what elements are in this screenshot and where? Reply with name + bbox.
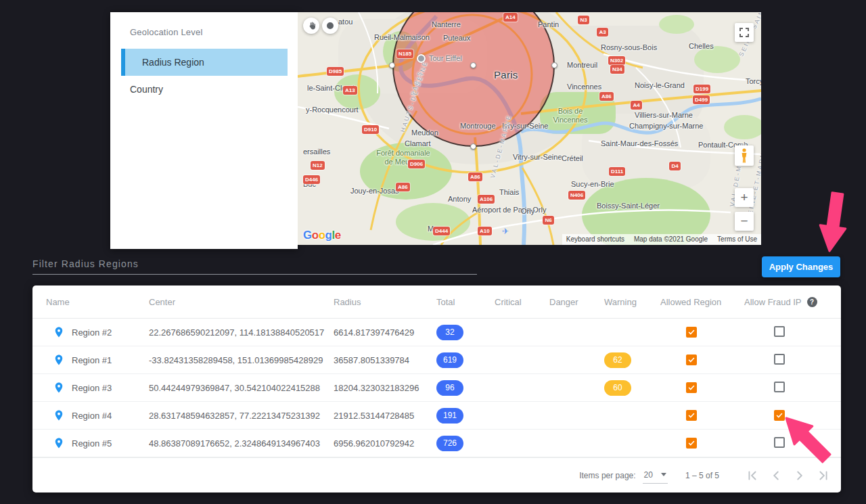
allowed-region-checkbox[interactable] — [686, 410, 697, 421]
filter-radius-regions-input[interactable]: Filter Radius Regions — [32, 252, 477, 275]
allowed-region-checkbox[interactable] — [686, 354, 697, 365]
warning-badge: 62 — [604, 352, 631, 368]
table-header: NameCenterRadiusTotalCriticalDangerWarni… — [32, 285, 841, 319]
map-place-label: Vincennes — [567, 83, 601, 91]
region-name: Region #1 — [46, 354, 149, 366]
region-radius: 21912.53144728485 — [334, 411, 436, 421]
location-pin-icon — [53, 409, 65, 421]
allowed-region-checkbox[interactable] — [686, 327, 697, 338]
region-radius: 6614.817397476429 — [334, 327, 436, 338]
region-name: Region #4 — [46, 409, 149, 421]
region-name-label: Region #3 — [72, 383, 112, 393]
column-header-radius: Radius — [334, 297, 361, 307]
location-pin-icon — [53, 437, 65, 449]
check-icon — [687, 411, 696, 419]
region-name-label: Region #2 — [72, 327, 112, 338]
allow-fraud-ip-checkbox[interactable] — [774, 354, 785, 365]
map-place-label: Torcy — [746, 77, 761, 86]
total-badge: 619 — [436, 352, 463, 368]
allowed-region-checkbox[interactable] — [686, 382, 697, 393]
total-badge: 32 — [436, 325, 463, 340]
road-badge: D199 — [693, 85, 710, 93]
first-page-button[interactable] — [744, 467, 760, 484]
road-badge: A14 — [503, 13, 518, 22]
pegman-button[interactable] — [735, 145, 754, 166]
column-header-danger: Danger — [549, 297, 578, 307]
map-place-label: Orly — [521, 207, 534, 216]
region-center: 28.631748594632857, 77.22213475231392 — [149, 411, 334, 421]
warning-badge: 60 — [604, 380, 631, 396]
map-place-label: ✈ — [502, 227, 509, 237]
fullscreen-icon — [739, 28, 749, 37]
geo-option-country[interactable]: Country — [110, 76, 298, 103]
map-place-label: Clamart — [405, 139, 431, 148]
column-header-total: Total — [436, 297, 455, 307]
circle-edit-handle[interactable] — [470, 62, 476, 68]
map-region-label: HAUTS-DE-SEINE — [399, 60, 429, 133]
road-badge: D446 — [303, 175, 320, 184]
column-header-critical: Critical — [495, 297, 522, 307]
allowed-region-checkbox[interactable] — [686, 438, 697, 449]
map-attribution: Keyboard shortcuts Map data ©2021 Google… — [562, 234, 761, 245]
help-icon[interactable]: ? — [807, 297, 817, 307]
map-place-label: Noisy-le-Grand — [635, 81, 685, 90]
pan-tool-button[interactable] — [303, 18, 319, 34]
total-badge: 96 — [436, 380, 463, 396]
map-place-label: Bois de Vincennes — [549, 107, 591, 124]
annotation-arrow-fraud-checkbox — [778, 411, 846, 472]
region-name-label: Region #5 — [72, 438, 112, 449]
apply-changes-button[interactable]: Apply Changes — [762, 256, 840, 277]
map-place-label: Montreuil — [567, 61, 597, 70]
check-icon — [687, 356, 696, 364]
table-row: Region #428.631748594632857, 77.22213475… — [32, 402, 841, 430]
map-place-label: Rueil-Malmaison — [374, 33, 430, 42]
road-badge: N406 — [568, 191, 585, 200]
road-badge: N302 — [608, 56, 625, 65]
first-page-icon — [745, 468, 760, 483]
map-place-label: Créteil — [562, 154, 583, 163]
circle-edit-handle[interactable] — [389, 62, 395, 68]
region-radius: 18204.323032183296 — [334, 383, 436, 393]
allow-fraud-ip-checkbox[interactable] — [774, 326, 785, 337]
region-name-label: Region #4 — [72, 411, 112, 421]
keyboard-shortcuts-link[interactable]: Keyboard shortcuts — [566, 235, 624, 243]
column-header-allowed-region: Allowed Region — [660, 297, 721, 307]
map-labels-layer: atouNanterreRueil-MalmaisonPuteauxPantin… — [298, 12, 761, 245]
circle-tool-button[interactable] — [322, 18, 338, 34]
road-badge: A106 — [478, 195, 495, 204]
circle-edit-handle[interactable] — [551, 62, 557, 68]
fullscreen-button[interactable] — [735, 23, 754, 42]
map-place-label: ersailles — [303, 147, 330, 156]
geolocation-options: Radius Region Country — [110, 49, 298, 103]
map[interactable]: atouNanterreRueil-MalmaisonPuteauxPantin… — [298, 12, 761, 245]
zoom-out-button[interactable]: − — [735, 212, 754, 231]
page-size-select[interactable]: 20 — [643, 467, 668, 484]
annotation-arrow-apply-changes — [812, 191, 850, 254]
allow-fraud-ip-checkbox[interactable] — [774, 382, 785, 392]
map-place-label: Pantin — [538, 20, 559, 29]
map-data-label: Map data ©2021 Google — [634, 235, 708, 243]
hand-icon — [307, 21, 316, 30]
table-body: Region #222.267686590212097, 114.1813884… — [32, 319, 841, 457]
terms-of-use-link[interactable]: Terms of Use — [717, 235, 757, 243]
map-place-label: Villiers-sur-Marne — [635, 111, 693, 120]
map-place-label: Antony — [448, 195, 471, 204]
road-badge: A13 — [343, 86, 357, 95]
region-name: Region #2 — [46, 326, 149, 338]
road-badge: N12 — [311, 161, 325, 170]
geo-option-radius-region[interactable]: Radius Region — [121, 49, 288, 76]
region-center: 22.267686590212097, 114.18138840520517 — [149, 327, 334, 338]
region-radius: 6956.962010792942 — [334, 438, 436, 449]
map-place-label: Champigny-sur-Marne — [629, 122, 703, 131]
road-badge: D985 — [327, 67, 344, 76]
map-place-label: atou — [338, 18, 352, 26]
column-header-name: Name — [46, 297, 70, 307]
circle-edit-handle[interactable] — [470, 143, 476, 150]
filter-input-label: Filter Radius Regions — [32, 258, 139, 269]
region-name-label: Region #1 — [72, 355, 112, 365]
location-pin-icon — [53, 354, 65, 366]
regions-table: NameCenterRadiusTotalCriticalDangerWarni… — [32, 285, 841, 492]
map-place-label: Aéroport de Paris-Orly — [472, 206, 522, 214]
zoom-in-button[interactable]: + — [735, 188, 754, 207]
road-badge: A86 — [599, 92, 614, 101]
